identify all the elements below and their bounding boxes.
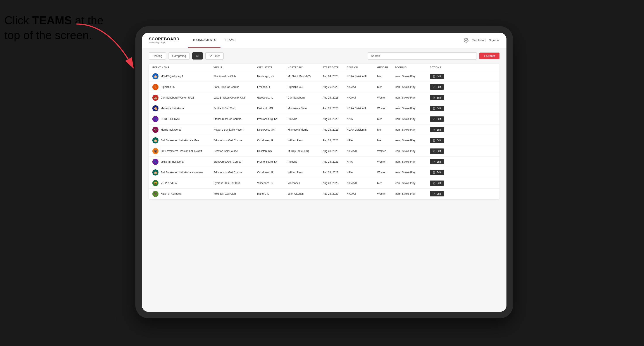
- edit-button[interactable]: Edit: [430, 116, 444, 122]
- city-state-cell: Freeport, IL: [257, 85, 288, 89]
- hosted-by-cell: Pikeville: [288, 118, 323, 121]
- gender-cell: Women: [377, 150, 395, 153]
- tablet-screen: SCOREBOARD Powered by Clippit TOURNAMENT…: [142, 33, 506, 312]
- nav-signout[interactable]: Sign out: [489, 39, 500, 42]
- all-filter-btn[interactable]: All: [192, 52, 203, 59]
- hosted-by-cell: Minnesota-Morris: [288, 128, 323, 131]
- city-state-cell: Marion, IL: [257, 192, 288, 195]
- event-name: MSMC Qualifying 1: [161, 75, 183, 78]
- event-name-cell: 🐻 2023 Women's Hesston Fall Kickoff: [152, 148, 214, 154]
- edit-button[interactable]: Edit: [430, 170, 444, 175]
- scoring-cell: team, Stroke Play: [395, 160, 430, 163]
- edit-button[interactable]: Edit: [430, 180, 444, 186]
- start-date-cell: Aug 28, 2023: [323, 128, 347, 131]
- start-date-cell: Aug 28, 2023: [323, 139, 347, 142]
- hosted-by-cell: William Penn: [288, 139, 323, 142]
- start-date-cell: Aug 25, 2023: [323, 85, 347, 89]
- pencil-icon: [433, 107, 435, 110]
- nav-teams[interactable]: TEAMS: [220, 33, 240, 48]
- scoring-cell: team, Stroke Play: [395, 107, 430, 110]
- event-icon: 🏫: [152, 95, 158, 101]
- event-name-cell: 🦁 VU PREVIEW: [152, 180, 214, 186]
- division-cell: NAIA: [347, 160, 377, 163]
- gender-cell: Men: [377, 118, 395, 121]
- pencil-icon: [433, 139, 435, 142]
- hosted-by-cell: Vincennes: [288, 181, 323, 185]
- event-icon: 🦌: [152, 84, 158, 90]
- city-state-cell: Deerwood, MN: [257, 128, 288, 131]
- table-row: 🏫 Fall Statesmen Invitational - Men Edmu…: [149, 135, 500, 146]
- scoring-cell: team, Stroke Play: [395, 96, 430, 99]
- venue-cell: Park Hills Golf Course: [214, 85, 257, 89]
- table-row: 🦅 Morris Invitational Rutger's Bay Lake …: [149, 125, 500, 135]
- instruction-bold: TEAMS: [32, 14, 72, 27]
- table-row: 🐻 2023 Women's Hesston Fall Kickoff Hess…: [149, 146, 500, 157]
- city-state-cell: Prestonsburg, KY: [257, 160, 288, 163]
- competing-filter-btn[interactable]: Competing: [168, 52, 190, 59]
- edit-button[interactable]: Edit: [430, 138, 444, 143]
- actions-cell: Edit: [430, 116, 452, 122]
- top-nav: SCOREBOARD Powered by Clippit TOURNAMENT…: [142, 33, 506, 48]
- header-city-state: CITY, STATE: [257, 66, 288, 69]
- start-date-cell: Aug 28, 2023: [323, 160, 347, 163]
- event-name-cell: 🏫 Fall Statesmen Invitational - Men: [152, 137, 214, 144]
- edit-button[interactable]: Edit: [430, 159, 444, 165]
- edit-button[interactable]: Edit: [430, 106, 444, 111]
- hosting-filter-btn[interactable]: Hosting: [149, 52, 166, 59]
- nav-tournaments[interactable]: TOURNAMENTS: [188, 33, 220, 48]
- pencil-icon: [433, 128, 435, 131]
- table-row: 🦅 Klash at Kokopelli Kokopelli Golf Club…: [149, 188, 500, 199]
- hosted-by-cell: William Penn: [288, 171, 323, 174]
- header-gender: GENDER: [377, 66, 395, 69]
- event-name: Carl Sandburg Women FA23: [161, 96, 194, 99]
- pencil-icon: [433, 75, 435, 78]
- actions-cell: Edit: [430, 127, 452, 132]
- city-state-cell: Oskaloosa, IA: [257, 139, 288, 142]
- create-label: + Create: [484, 54, 495, 58]
- event-name: upike fall invitational: [161, 160, 184, 163]
- header-hosted-by: HOSTED BY: [288, 66, 323, 69]
- header-division: DIVISION: [347, 66, 377, 69]
- start-date-cell: Aug 28, 2023: [323, 181, 347, 185]
- event-name: Morris Invitational: [161, 128, 181, 131]
- table-body: 🏫 MSMC Qualifying 1 The Powelton Club Ne…: [149, 71, 500, 199]
- pencil-icon: [433, 161, 435, 163]
- gender-cell: Women: [377, 171, 395, 174]
- pencil-icon: [433, 96, 435, 99]
- gender-cell: Women: [377, 192, 395, 195]
- nav-links: TOURNAMENTS TEAMS: [188, 33, 464, 48]
- event-name-cell: 🐾 UPKE Fall Invite: [152, 116, 214, 122]
- instruction-line1: Click: [4, 14, 32, 27]
- create-btn[interactable]: + Create: [480, 52, 500, 59]
- edit-button[interactable]: Edit: [430, 149, 444, 154]
- event-name-cell: 🦅 Morris Invitational: [152, 127, 214, 133]
- filter-btn[interactable]: Filter: [206, 52, 224, 59]
- edit-button[interactable]: Edit: [430, 127, 444, 132]
- search-box: [368, 52, 477, 59]
- event-name-cell: 🏫 Fall Statesmen Invitational - Women: [152, 170, 214, 175]
- event-icon: 🦁: [152, 180, 158, 186]
- venue-cell: Edmundson Golf Course: [214, 139, 257, 142]
- instruction-line3: top of the screen.: [4, 29, 92, 41]
- pencil-icon: [433, 118, 435, 120]
- division-cell: NAIA: [347, 118, 377, 121]
- pencil-icon: [433, 182, 435, 184]
- actions-cell: Edit: [430, 159, 452, 165]
- venue-cell: Edmundson Golf Course: [214, 171, 257, 174]
- header-start-date: START DATE: [323, 66, 347, 69]
- event-icon: 🏫: [152, 73, 158, 79]
- event-name: Maverick Invitational: [161, 107, 184, 110]
- edit-button[interactable]: Edit: [430, 84, 444, 90]
- scoring-cell: team, Stroke Play: [395, 128, 430, 131]
- gear-icon[interactable]: [464, 38, 468, 43]
- venue-cell: Kokopelli Golf Club: [214, 192, 257, 195]
- scoring-cell: team, Stroke Play: [395, 75, 430, 78]
- edit-button[interactable]: Edit: [430, 74, 444, 79]
- scoring-cell: team, Stroke Play: [395, 118, 430, 121]
- hosted-by-cell: Mt. Saint Mary (NY): [288, 75, 323, 78]
- edit-button[interactable]: Edit: [430, 191, 444, 196]
- event-name-cell: 🐾 upike fall invitational: [152, 159, 214, 165]
- search-input[interactable]: [368, 52, 477, 59]
- table-row: 🐴 Maverick Invitational Faribault Golf C…: [149, 103, 500, 114]
- edit-button[interactable]: Edit: [430, 95, 444, 100]
